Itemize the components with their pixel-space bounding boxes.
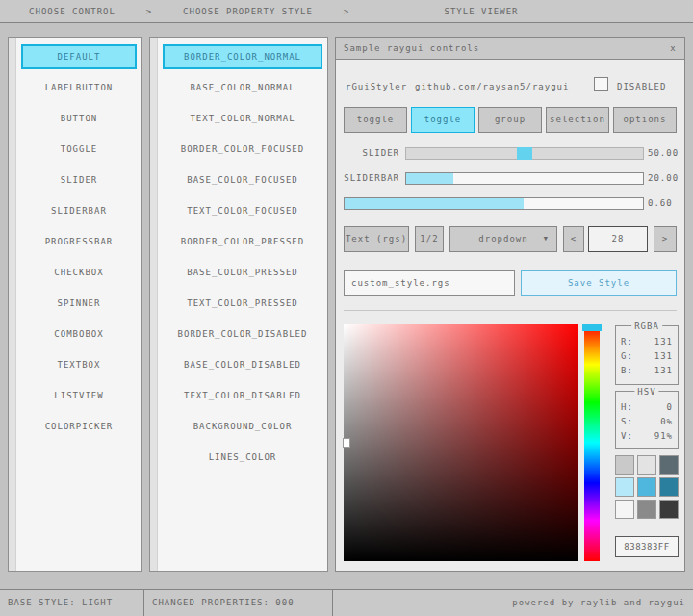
half-toggle-button[interactable]: 1/2: [415, 226, 444, 252]
hsv-row-s: S: 0%: [621, 415, 673, 429]
h-label: H:: [621, 400, 633, 415]
color-swatch[interactable]: [615, 500, 634, 519]
top-breadcrumb-bar: CHOOSE CONTROL > CHOOSE PROPERTY STYLE >…: [0, 0, 693, 23]
property-item[interactable]: TEXT_COLOR_PRESSED: [163, 291, 322, 316]
text-rgs-button[interactable]: Text (rgs): [344, 226, 409, 252]
s-label: S:: [621, 415, 633, 429]
control-item-listview[interactable]: LISTVIEW: [21, 383, 137, 408]
spinner-increment-button[interactable]: >: [654, 226, 677, 252]
hex-value-box[interactable]: 838383FF: [615, 536, 679, 557]
controls-list-panel: DEFAULT LABELBUTTON BUTTON TOGGLE SLIDER…: [8, 37, 142, 572]
credits-status: powered by raylib and raygui: [333, 590, 693, 616]
property-item[interactable]: BORDER_COLOR_DISABLED: [163, 321, 322, 346]
filename-input[interactable]: custom_style.rgs: [344, 270, 515, 296]
s-value: 0%: [660, 415, 673, 429]
step-style-viewer: STYLE VIEWER: [351, 7, 611, 16]
rgba-group-box: RGBA R: 131 G: 131 B: 131: [615, 325, 679, 385]
color-picker-cursor[interactable]: [343, 438, 350, 448]
property-item[interactable]: TEXT_COLOR_NORMAL: [163, 106, 322, 131]
properties-list-panel: BORDER_COLOR_NORMAL BASE_COLOR_NORMAL TE…: [149, 37, 328, 572]
g-value: 131: [654, 349, 673, 364]
spinner-decrement-button[interactable]: <: [563, 226, 584, 252]
control-item-progressbar[interactable]: PROGRESSBAR: [21, 229, 137, 254]
g-label: G:: [621, 349, 633, 364]
color-swatch[interactable]: [637, 455, 656, 475]
control-item-spinner[interactable]: SPINNER: [21, 291, 137, 316]
sliderbar-fill: [406, 173, 453, 184]
slider-handle[interactable]: [517, 147, 532, 160]
rgba-row-g: G: 131: [621, 349, 673, 364]
control-item-combobox[interactable]: COMBOBOX: [21, 321, 137, 346]
color-swatch[interactable]: [615, 455, 634, 475]
toggle-button-selection[interactable]: selection: [546, 107, 609, 133]
sliderbar[interactable]: [405, 172, 644, 185]
toggle-button-options[interactable]: options: [613, 107, 677, 133]
control-item-checkbox[interactable]: CHECKBOX: [21, 260, 137, 285]
disabled-checkbox[interactable]: [594, 77, 608, 91]
chevron-right-icon: >: [342, 7, 351, 16]
base-style-status: BASE STYLE: LIGHT: [0, 590, 144, 616]
property-item[interactable]: BASE_COLOR_FOCUSED: [163, 167, 322, 192]
control-item-colorpicker[interactable]: COLORPICKER: [21, 414, 137, 439]
progressbar-fill: [345, 198, 524, 209]
close-icon[interactable]: x: [665, 40, 681, 57]
color-swatch[interactable]: [637, 500, 656, 519]
rgba-row-b: B: 131: [621, 364, 673, 378]
color-swatch[interactable]: [659, 500, 679, 519]
property-item[interactable]: BORDER_COLOR_FOCUSED: [163, 137, 322, 162]
control-item-toggle[interactable]: TOGGLE: [21, 137, 137, 162]
color-picker-gradient[interactable]: [344, 324, 578, 561]
color-swatch[interactable]: [659, 455, 679, 475]
toggle-button-2-active[interactable]: toggle: [411, 107, 475, 133]
rguistyler-app: CHOOSE CONTROL > CHOOSE PROPERTY STYLE >…: [0, 0, 693, 616]
property-item[interactable]: BORDER_COLOR_PRESSED: [163, 229, 322, 254]
save-style-button[interactable]: Save Style: [521, 270, 677, 296]
color-swatch[interactable]: [659, 477, 679, 497]
control-item-textbox[interactable]: TEXTBOX: [21, 352, 137, 377]
property-item[interactable]: BASE_COLOR_DISABLED: [163, 352, 322, 377]
property-item[interactable]: BASE_COLOR_PRESSED: [163, 260, 322, 285]
spinner-value-box[interactable]: 28: [588, 226, 648, 252]
color-swatch[interactable]: [637, 477, 656, 497]
color-swatch[interactable]: [615, 477, 634, 497]
property-item[interactable]: BORDER_COLOR_NORMAL: [163, 44, 322, 69]
slider-value: 50.00: [648, 147, 679, 160]
control-item-default[interactable]: DEFAULT: [21, 44, 137, 69]
toggle-button-group[interactable]: group: [478, 107, 542, 133]
hsv-group-box: HSV H: 0 S: 0% V: 91%: [615, 391, 679, 449]
b-label: B:: [621, 364, 633, 378]
hsv-row-h: H: 0: [621, 400, 673, 415]
chevron-right-icon: >: [144, 7, 154, 16]
property-item[interactable]: TEXT_COLOR_FOCUSED: [163, 198, 322, 223]
dropdown-select[interactable]: dropdown ▼: [449, 226, 557, 252]
control-item-slider[interactable]: SLIDER: [21, 167, 137, 192]
step-choose-control: CHOOSE CONTROL: [0, 7, 144, 16]
color-swatch-grid: [615, 455, 679, 519]
window-titlebar[interactable]: Sample raygui controls: [336, 38, 684, 60]
step-choose-property-style: CHOOSE PROPERTY STYLE: [154, 7, 342, 16]
toggle-button-1[interactable]: toggle: [344, 107, 407, 133]
status-bar: BASE STYLE: LIGHT CHANGED PROPERTIES: 00…: [0, 589, 693, 616]
progressbar: [344, 197, 644, 210]
controls-list: DEFAULT LABELBUTTON BUTTON TOGGLE SLIDER…: [21, 44, 137, 439]
hsv-title: HSV: [634, 386, 658, 398]
property-item[interactable]: LINES_COLOR: [163, 445, 322, 470]
slider[interactable]: [405, 147, 644, 160]
rgba-title: RGBA: [631, 321, 662, 332]
control-item-sliderbar[interactable]: SLIDERBAR: [21, 198, 137, 223]
controls-list-scrollbar[interactable]: [9, 38, 16, 571]
h-value: 0: [667, 400, 673, 415]
property-item[interactable]: TEXT_COLOR_DISABLED: [163, 383, 322, 408]
control-item-button[interactable]: BUTTON: [21, 106, 137, 131]
chevron-down-icon: ▼: [544, 227, 549, 251]
hue-bar-handle[interactable]: [582, 324, 602, 331]
v-label: V:: [621, 429, 633, 444]
hue-bar[interactable]: [584, 324, 600, 561]
section-divider: [344, 310, 677, 311]
sliderbar-value: 20.00: [648, 172, 679, 185]
control-item-labelbutton[interactable]: LABELBUTTON: [21, 75, 137, 100]
properties-list-scrollbar[interactable]: [150, 38, 158, 571]
repo-link-label[interactable]: github.com/raysan5/raygui: [415, 80, 569, 93]
property-item[interactable]: BASE_COLOR_NORMAL: [163, 75, 322, 100]
property-item[interactable]: BACKGROUND_COLOR: [163, 414, 322, 439]
